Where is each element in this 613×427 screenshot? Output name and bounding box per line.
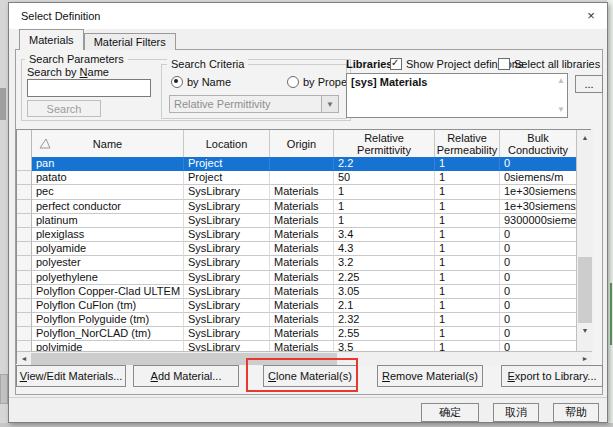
help-button[interactable]: 帮助: [553, 403, 599, 422]
table-cell[interactable]: Materials: [270, 313, 334, 327]
row-selector-cell[interactable]: [17, 157, 32, 171]
view-edit-materials-button[interactable]: View/Edit Materials...: [16, 365, 126, 387]
table-cell[interactable]: SysLibrary: [184, 313, 270, 327]
table-cell[interactable]: Materials: [270, 271, 334, 285]
scroll-up-icon[interactable]: ▲: [577, 130, 593, 144]
table-row[interactable]: patatoProject5010siemens/m: [17, 171, 576, 185]
row-selector-cell[interactable]: [17, 242, 32, 256]
table-cell[interactable]: SysLibrary: [184, 214, 270, 228]
table-cell[interactable]: Project: [184, 171, 270, 185]
table-cell[interactable]: 2.25: [334, 271, 435, 285]
scroll-down-icon[interactable]: ▼: [557, 106, 565, 114]
table-cell[interactable]: 1: [435, 228, 500, 242]
table-cell[interactable]: SysLibrary: [184, 299, 270, 313]
table-cell[interactable]: 1: [435, 242, 500, 256]
table-cell[interactable]: polyimide: [32, 341, 184, 351]
vertical-scrollbar[interactable]: ▲ ▼: [576, 130, 593, 351]
table-cell[interactable]: polyethylene: [32, 271, 184, 285]
table-cell[interactable]: SysLibrary: [184, 271, 270, 285]
header-name[interactable]: Name: [32, 130, 184, 157]
table-cell[interactable]: Project: [184, 157, 270, 171]
table-cell[interactable]: Materials: [270, 327, 334, 341]
clone-material-button[interactable]: Clone Material(s): [263, 365, 357, 387]
table-cell[interactable]: [270, 157, 334, 171]
table-row[interactable]: plexiglassSysLibraryMaterials3.410: [17, 228, 576, 242]
table-cell[interactable]: polyamide: [32, 242, 184, 256]
table-cell[interactable]: 1: [435, 200, 500, 214]
row-selector-cell[interactable]: [17, 228, 32, 242]
row-selector-cell[interactable]: [17, 185, 32, 199]
table-cell[interactable]: Materials: [270, 341, 334, 351]
table-row[interactable]: Polyflon Copper-Clad ULTEM (tm)SysLibrar…: [17, 285, 576, 299]
row-selector-cell[interactable]: [17, 327, 32, 341]
chevron-down-icon[interactable]: ▼: [321, 96, 338, 112]
table-cell[interactable]: SysLibrary: [184, 185, 270, 199]
scroll-up-icon[interactable]: ▲: [557, 77, 565, 85]
table-cell[interactable]: Materials: [270, 200, 334, 214]
table-row[interactable]: panProject2.210: [17, 157, 576, 171]
row-selector-cell[interactable]: [17, 285, 32, 299]
table-cell[interactable]: 2.32: [334, 313, 435, 327]
table-cell[interactable]: 0: [500, 157, 576, 171]
close-icon[interactable]: ×: [581, 7, 601, 25]
table-cell[interactable]: 1: [435, 313, 500, 327]
tab-material-filters[interactable]: Material Filters: [84, 33, 176, 50]
row-selector-cell[interactable]: [17, 171, 32, 185]
table-cell[interactable]: 1: [334, 185, 435, 199]
export-to-library-button[interactable]: Export to Library...: [501, 365, 603, 387]
table-cell[interactable]: Polyflon Copper-Clad ULTEM (tm): [32, 285, 184, 299]
table-row[interactable]: polyimideSysLibraryMaterials3.510: [17, 341, 576, 351]
libraries-list[interactable]: [sys] Materials ▲ ▼: [346, 73, 568, 118]
row-selector-cell[interactable]: [17, 299, 32, 313]
table-cell[interactable]: Materials: [270, 214, 334, 228]
table-cell[interactable]: 1: [435, 327, 500, 341]
table-cell[interactable]: Polyflon_NorCLAD (tm): [32, 327, 184, 341]
table-cell[interactable]: 1: [435, 285, 500, 299]
table-cell[interactable]: Materials: [270, 299, 334, 313]
table-cell[interactable]: SysLibrary: [184, 228, 270, 242]
table-cell[interactable]: 0: [500, 313, 576, 327]
table-cell[interactable]: 1: [435, 157, 500, 171]
table-cell[interactable]: SysLibrary: [184, 200, 270, 214]
table-cell[interactable]: 2.1: [334, 299, 435, 313]
remove-material-button[interactable]: Remove Material(s): [377, 365, 483, 387]
table-cell[interactable]: 4.3: [334, 242, 435, 256]
table-row[interactable]: platinumSysLibraryMaterials119300000siem…: [17, 214, 576, 228]
header-bulk-conductivity[interactable]: Bulk Conductivity: [500, 130, 576, 157]
table-cell[interactable]: SysLibrary: [184, 256, 270, 270]
header-selector[interactable]: [17, 130, 32, 157]
table-cell[interactable]: polyester: [32, 256, 184, 270]
vertical-scrollbar-thumb[interactable]: [578, 257, 592, 323]
table-cell[interactable]: plexiglass: [32, 228, 184, 242]
property-select[interactable]: Relative Permittivity ▼: [169, 95, 339, 113]
table-cell[interactable]: 50: [334, 171, 435, 185]
add-material-button[interactable]: Add Material...: [133, 365, 239, 387]
table-cell[interactable]: 3.5: [334, 341, 435, 351]
scroll-down-icon[interactable]: ▼: [577, 323, 593, 337]
table-cell[interactable]: Polyflon Polyguide (tm): [32, 313, 184, 327]
table-row[interactable]: Polyflon Polyguide (tm)SysLibraryMateria…: [17, 313, 576, 327]
scroll-left-icon[interactable]: ◄: [17, 352, 31, 365]
row-selector-cell[interactable]: [17, 271, 32, 285]
table-row[interactable]: Polyflon CuFlon (tm)SysLibraryMaterials2…: [17, 299, 576, 313]
table-cell[interactable]: 2.55: [334, 327, 435, 341]
table-cell[interactable]: [270, 171, 334, 185]
table-cell[interactable]: 9300000siemens/m: [500, 214, 576, 228]
table-row[interactable]: pecSysLibraryMaterials111e+30siemens/m: [17, 185, 576, 199]
horizontal-scrollbar-thumb[interactable]: [31, 353, 337, 365]
row-selector-cell[interactable]: [17, 200, 32, 214]
browse-libraries-button[interactable]: ...: [575, 75, 603, 93]
table-cell[interactable]: 0: [500, 327, 576, 341]
table-cell[interactable]: 2.2: [334, 157, 435, 171]
header-location[interactable]: Location: [184, 130, 270, 157]
row-selector-cell[interactable]: [17, 256, 32, 270]
table-row[interactable]: polyethyleneSysLibraryMaterials2.2510: [17, 271, 576, 285]
search-button[interactable]: Search: [27, 100, 101, 117]
table-cell[interactable]: 3.05: [334, 285, 435, 299]
table-cell[interactable]: 1: [334, 214, 435, 228]
table-cell[interactable]: 0: [500, 256, 576, 270]
table-cell[interactable]: Materials: [270, 242, 334, 256]
table-cell[interactable]: platinum: [32, 214, 184, 228]
table-cell[interactable]: Materials: [270, 228, 334, 242]
ok-button[interactable]: 确定: [421, 403, 479, 422]
